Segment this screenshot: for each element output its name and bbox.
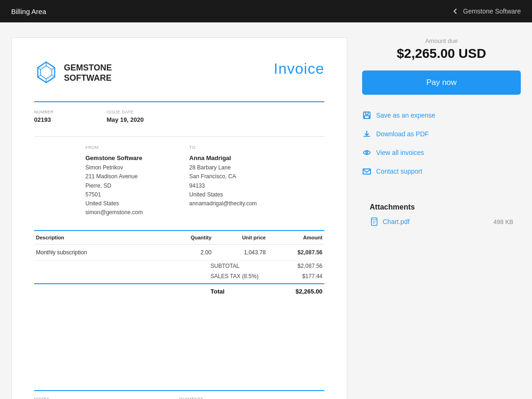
subtotal-label: SUBTOTAL [210, 263, 285, 269]
attachments-title: Attachments [370, 203, 513, 211]
download-icon [362, 129, 371, 139]
from-name: Gemstone Software [85, 154, 189, 163]
company-name: Gemstone Software [463, 7, 521, 15]
pdf-file-icon [370, 217, 379, 226]
col-description: Description [34, 231, 165, 245]
subtotal-value: $2,087.56 [285, 263, 322, 269]
row-quantity: 2.00 [165, 245, 213, 261]
from-contact: Simon Petrikov [85, 163, 189, 172]
issue-date-value: May 19, 2020 [107, 116, 180, 123]
from-address1: 211 Madison Avenue [85, 172, 189, 181]
topnav-right[interactable]: Gemstone Software [452, 7, 521, 15]
total-value: $2,265.00 [285, 288, 322, 295]
attachments-box: Attachments Chart.pdf 498 KB [362, 196, 521, 234]
view-invoices-link[interactable]: View all invoices [362, 143, 521, 162]
to-country: United States [189, 190, 324, 199]
to-name: Anna Madrigal [189, 154, 324, 163]
attachment-size: 498 KB [493, 218, 513, 225]
invoice-date-col: ISSUE DATE May 19, 2020 [107, 110, 180, 123]
amount-due-label: Amount due [362, 37, 521, 44]
from-label: FROM [85, 144, 189, 151]
download-pdf-link[interactable]: Download as PDF [362, 125, 521, 143]
invoice-table: Description Quantity Unit price Amount M… [34, 230, 324, 261]
from-to-section: FROM Gemstone Software Simon Petrikov 21… [34, 136, 324, 217]
tax-label: SALES TAX (8.5%) [210, 273, 285, 280]
contact-support-link[interactable]: Contact support [362, 162, 521, 181]
contact-support-label: Contact support [376, 168, 422, 175]
from-col: FROM Gemstone Software Simon Petrikov 21… [85, 144, 189, 217]
logo-area: GEMSTONE SOFTWARE [34, 60, 112, 86]
invoice-header: GEMSTONE SOFTWARE Invoice [34, 60, 324, 86]
save-icon [362, 111, 371, 120]
from-address2: Pierre, SD [85, 182, 189, 190]
subtotal-row: SUBTOTAL $2,087.56 [34, 261, 324, 271]
attachment-name[interactable]: Chart.pdf [383, 218, 410, 225]
invoice-number-col: NUMBER 02193 [34, 110, 107, 123]
attachment-left: Chart.pdf [370, 217, 410, 226]
main-layout: GEMSTONE SOFTWARE Invoice NUMBER 02193 I… [0, 22, 532, 399]
invoice-from-header [179, 110, 252, 123]
download-pdf-label: Download as PDF [376, 130, 429, 138]
totals-section: SUBTOTAL $2,087.56 SALES TAX (8.5%) $177… [34, 261, 324, 297]
to-zip: 94133 [189, 182, 324, 190]
topnav: Billing Area Gemstone Software [0, 0, 532, 22]
action-list: Save as an expense Download as PDF [362, 106, 521, 181]
svg-marker-1 [41, 66, 52, 79]
number-value: 02193 [34, 116, 107, 123]
col-amount: Amount [267, 231, 324, 245]
arrow-left-icon [452, 7, 459, 15]
to-email: annamadrigal@thecity.com [189, 199, 324, 208]
svg-rect-10 [364, 116, 369, 119]
action-save-expense[interactable]: Save as an expense [362, 106, 521, 125]
number-date-combined [34, 144, 85, 217]
col-unit-price: Unit price [213, 231, 267, 245]
svg-rect-13 [363, 169, 371, 174]
invoice-paper: GEMSTONE SOFTWARE Invoice NUMBER 02193 I… [11, 37, 347, 399]
total-row: Total $2,265.00 [34, 283, 324, 297]
invoice-title: Invoice [274, 60, 324, 77]
number-label: NUMBER [34, 110, 107, 114]
from-country: United States [85, 199, 189, 208]
billing-area-title: Billing Area [11, 7, 46, 15]
footer-payments: PAYMENTS Wire transfer to: 1900 0009 910… [179, 397, 324, 399]
issue-date-label: ISSUE DATE [107, 110, 180, 114]
table-row: Monthly subscription 2.00 1,043.78 $2,08… [34, 245, 324, 261]
notes-label: NOTES [34, 397, 179, 399]
row-amount: $2,087.56 [267, 245, 324, 261]
action-download-pdf[interactable]: Download as PDF [362, 125, 521, 143]
footer-notes: NOTES Payment due in 30 days [34, 397, 179, 399]
from-zip: 57501 [85, 190, 189, 199]
invoice-footer: NOTES Payment due in 30 days PAYMENTS Wi… [34, 390, 324, 399]
eye-icon [362, 148, 371, 157]
gemstone-logo-icon [34, 60, 58, 86]
to-address2: San Francisco, CA [189, 172, 324, 181]
right-panel: Amount due $2,265.00 USD Pay now Save as… [347, 37, 521, 234]
save-expense-label: Save as an expense [376, 112, 435, 119]
amount-due-value: $2,265.00 USD [362, 46, 521, 61]
save-expense-link[interactable]: Save as an expense [362, 106, 521, 125]
tax-row: SALES TAX (8.5%) $177.44 [34, 271, 324, 281]
attachment-item: Chart.pdf 498 KB [370, 217, 513, 226]
total-label: Total [210, 288, 285, 295]
pay-now-button[interactable]: Pay now [362, 70, 521, 95]
to-address1: 28 Barbary Lane [189, 163, 324, 172]
from-email: simon@gemstone.com [85, 208, 189, 217]
svg-rect-9 [365, 112, 368, 114]
logo-text: GEMSTONE SOFTWARE [64, 63, 112, 83]
to-label: TO [189, 144, 324, 151]
col-quantity: Quantity [165, 231, 213, 245]
invoice-to-header [252, 110, 325, 123]
svg-point-12 [366, 152, 368, 154]
view-invoices-label: View all invoices [376, 149, 424, 156]
payments-label: PAYMENTS [179, 397, 324, 399]
action-view-invoices[interactable]: View all invoices [362, 143, 521, 162]
to-col: TO Anna Madrigal 28 Barbary Lane San Fra… [189, 144, 324, 217]
mail-icon [362, 167, 371, 176]
tax-value: $177.44 [285, 273, 322, 280]
row-unit-price: 1,043.78 [213, 245, 267, 261]
action-contact-support[interactable]: Contact support [362, 162, 521, 181]
invoice-meta: NUMBER 02193 ISSUE DATE May 19, 2020 [34, 101, 324, 123]
row-description: Monthly subscription [34, 245, 165, 261]
